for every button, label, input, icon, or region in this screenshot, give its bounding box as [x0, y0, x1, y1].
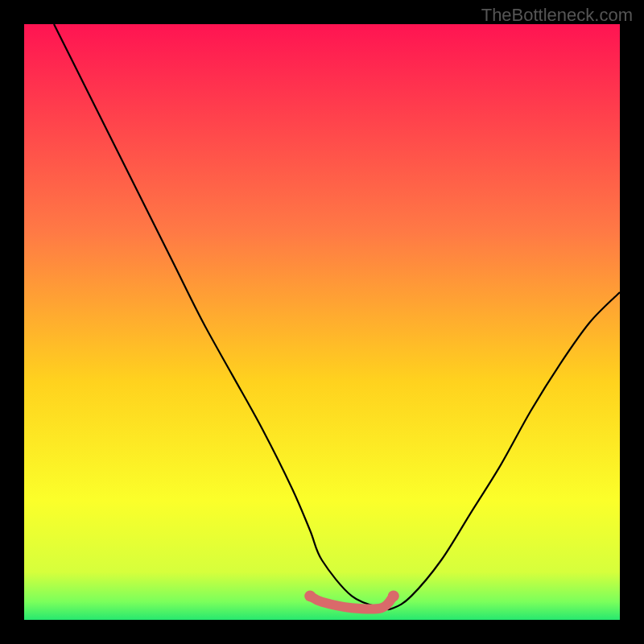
highlight-endpoint [304, 590, 316, 601]
watermark-text: TheBottleneck.com [481, 5, 633, 26]
chart-svg [24, 24, 620, 620]
highlight-endpoint [388, 590, 399, 601]
chart-background [24, 24, 620, 620]
chart-plot-area [24, 24, 620, 620]
